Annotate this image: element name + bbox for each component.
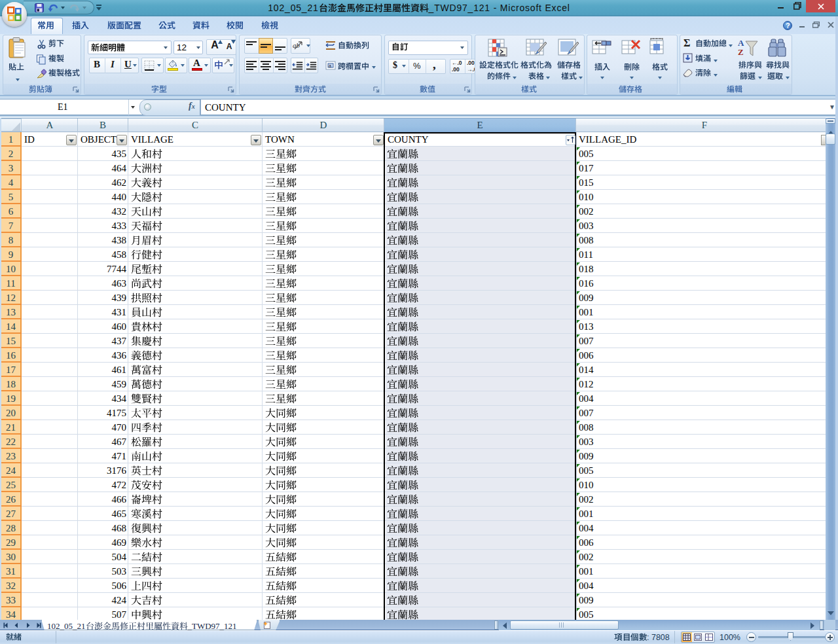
svg-text:Z: Z [738, 47, 744, 57]
svg-text:a: a [329, 63, 331, 68]
svg-text:A: A [738, 38, 744, 48]
